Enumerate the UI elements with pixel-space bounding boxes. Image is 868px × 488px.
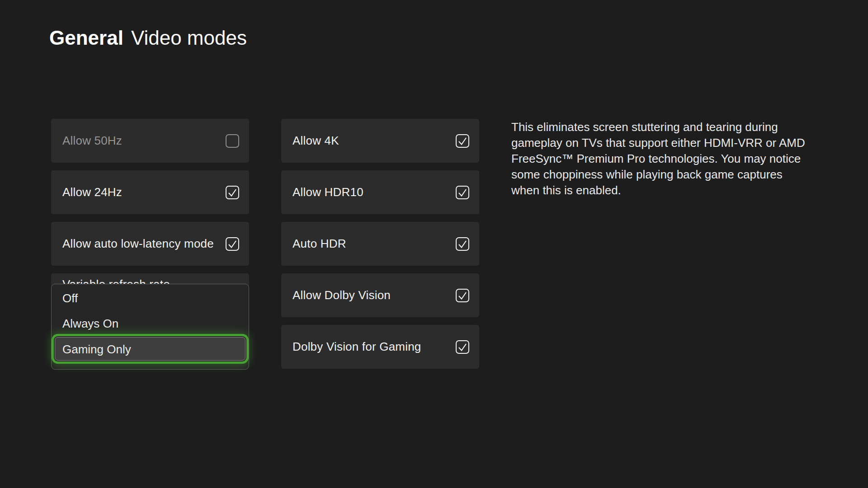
variable-refresh-rate-dropdown: Off Always On Gaming Only (51, 284, 249, 370)
checkbox-checked-icon[interactable] (456, 186, 469, 199)
checkbox-checked-icon[interactable] (456, 340, 469, 354)
check-icon (458, 136, 467, 146)
setting-label: Dolby Vision for Gaming (292, 340, 421, 354)
dropdown-option-gaming-only-selected[interactable]: Gaming Only (55, 337, 245, 361)
setting-card-allow-4k[interactable]: Allow 4K (281, 119, 479, 163)
setting-label: Allow 4K (292, 134, 339, 148)
settings-column-middle: Allow 4K Allow HDR10 Auto HDR Allow Dolb… (281, 119, 479, 376)
check-icon (458, 188, 467, 197)
dropdown-option-always-on[interactable]: Always On (52, 311, 249, 336)
checkbox-checked-icon[interactable] (456, 237, 469, 251)
setting-card-auto-hdr[interactable]: Auto HDR (281, 222, 479, 266)
checkbox-checked-icon[interactable] (226, 186, 239, 199)
setting-card-allow-dolby-vision[interactable]: Allow Dolby Vision (281, 273, 479, 317)
page-title: GeneralVideo modes (49, 26, 247, 50)
checkbox-unchecked-icon[interactable] (226, 134, 239, 148)
checkbox-checked-icon[interactable] (456, 134, 469, 148)
setting-label: Allow auto low-latency mode (62, 237, 214, 251)
dropdown-option-off[interactable]: Off (52, 286, 249, 311)
checkbox-checked-icon[interactable] (456, 289, 469, 302)
check-icon (458, 239, 467, 249)
check-icon (227, 188, 237, 197)
title-section: General (49, 27, 123, 49)
check-icon (458, 342, 467, 352)
setting-card-allow-50hz[interactable]: Allow 50Hz (51, 119, 249, 163)
setting-card-allow-24hz[interactable]: Allow 24Hz (51, 170, 249, 214)
checkbox-checked-icon[interactable] (226, 237, 239, 251)
setting-card-allow-auto-low-latency-mode[interactable]: Allow auto low-latency mode (51, 222, 249, 266)
setting-label: Allow 24Hz (62, 185, 122, 199)
setting-card-dolby-vision-for-gaming[interactable]: Dolby Vision for Gaming (281, 325, 479, 369)
setting-description-text: This eliminates screen stuttering and te… (511, 119, 810, 198)
setting-label: Auto HDR (292, 237, 346, 251)
setting-label: Allow Dolby Vision (292, 288, 391, 302)
title-page: Video modes (131, 27, 247, 49)
setting-card-allow-hdr10[interactable]: Allow HDR10 (281, 170, 479, 214)
check-icon (458, 291, 467, 300)
setting-label: Allow HDR10 (292, 185, 363, 199)
setting-label: Allow 50Hz (62, 134, 122, 148)
check-icon (227, 239, 237, 249)
